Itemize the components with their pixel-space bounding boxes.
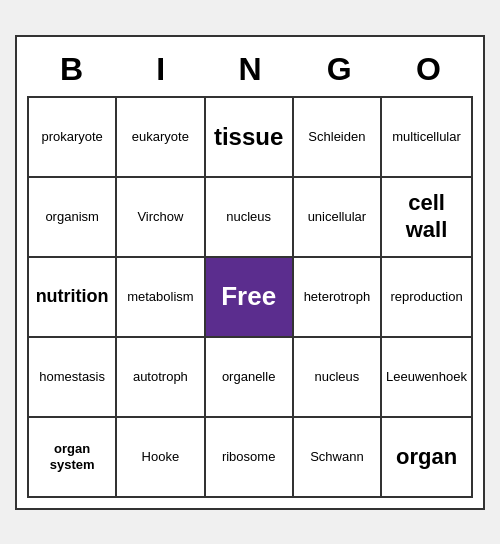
bingo-cell: cell wall	[382, 178, 473, 258]
bingo-cell: Schwann	[294, 418, 382, 498]
bingo-cell: nutrition	[29, 258, 117, 338]
bingo-cell: organelle	[206, 338, 294, 418]
header-letter: G	[295, 47, 384, 92]
bingo-cell: eukaryote	[117, 98, 205, 178]
bingo-cell: Schleiden	[294, 98, 382, 178]
header-letter: N	[205, 47, 294, 92]
bingo-cell: organ	[382, 418, 473, 498]
header-letter: B	[27, 47, 116, 92]
bingo-card: BINGO prokaryoteeukaryotetissueSchleiden…	[15, 35, 485, 510]
bingo-cell: metabolism	[117, 258, 205, 338]
bingo-header: BINGO	[27, 47, 473, 92]
bingo-grid: prokaryoteeukaryotetissueSchleidenmultic…	[27, 96, 473, 498]
bingo-cell: prokaryote	[29, 98, 117, 178]
bingo-cell: nucleus	[294, 338, 382, 418]
bingo-cell: homestasis	[29, 338, 117, 418]
bingo-cell: organism	[29, 178, 117, 258]
header-letter: I	[116, 47, 205, 92]
bingo-cell: reproduction	[382, 258, 473, 338]
bingo-cell: unicellular	[294, 178, 382, 258]
bingo-cell: Virchow	[117, 178, 205, 258]
bingo-cell: tissue	[206, 98, 294, 178]
bingo-cell: Hooke	[117, 418, 205, 498]
bingo-cell: autotroph	[117, 338, 205, 418]
bingo-cell: nucleus	[206, 178, 294, 258]
bingo-cell: heterotroph	[294, 258, 382, 338]
bingo-cell: multicellular	[382, 98, 473, 178]
bingo-cell: Free	[206, 258, 294, 338]
bingo-cell: organ system	[29, 418, 117, 498]
bingo-cell: ribosome	[206, 418, 294, 498]
bingo-cell: Leeuwenhoek	[382, 338, 473, 418]
header-letter: O	[384, 47, 473, 92]
